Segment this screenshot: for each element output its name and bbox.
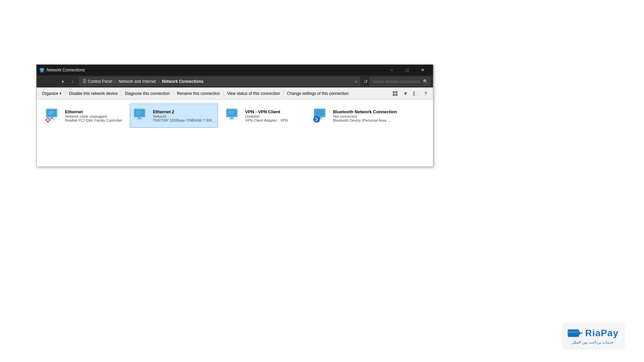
toolbar-right-controls: ▼ ? [391, 89, 430, 98]
title-bar-controls: – □ ✕ [384, 65, 430, 75]
change-settings-label: Change settings of this connection [287, 91, 348, 96]
svg-rect-26 [137, 119, 142, 119]
watermark-logo: RiaPay [567, 327, 619, 339]
svg-rect-25 [138, 117, 141, 119]
search-icon: 🔍 [423, 79, 428, 84]
connection-info-ethernet2: Ethernet 2NetworkTN9710P 10GBase-T/NBASE… [153, 109, 215, 122]
watermark-brand: RiaPay [585, 328, 619, 339]
title-bar: Network Connections – □ ✕ [37, 65, 433, 75]
toolbar-separator-4 [223, 90, 224, 97]
connection-name-ethernet2: Ethernet 2 [153, 109, 215, 114]
rename-label: Rename this connection [177, 91, 220, 96]
path-part-2[interactable]: Network and Internet [118, 79, 156, 84]
recent-locations-button[interactable]: ▾ [58, 77, 67, 86]
svg-rect-2 [40, 72, 44, 72]
connection-status-vpn: Disabled [245, 114, 288, 118]
connection-item-ethernet2[interactable]: Ethernet 2NetworkTN9710P 10GBase-T/NBASE… [130, 104, 218, 128]
path-separator-1: > [114, 79, 116, 83]
connection-item-vpn[interactable]: VPN - VPN ClientDisabledVPN Client Adapt… [222, 104, 306, 128]
svg-rect-4 [395, 91, 397, 93]
disable-label: Disable this network device [69, 91, 118, 96]
error-badge-icon-ethernet [45, 117, 51, 124]
up-button[interactable]: ↑ [68, 77, 77, 86]
search-box: 🔍 [370, 77, 430, 86]
close-button[interactable]: ✕ [415, 65, 430, 75]
rename-button[interactable]: Rename this connection [174, 89, 223, 98]
address-path[interactable]: 🗄 Control Panel > Network and Internet >… [79, 77, 360, 86]
refresh-button[interactable]: ↺ [362, 78, 369, 85]
toolbar-separator-5 [283, 90, 284, 97]
svg-rect-6 [395, 94, 397, 96]
svg-rect-33 [229, 119, 234, 119]
connection-status-ethernet2: Network [153, 114, 215, 118]
connection-info-bluetooth: Bluetooth Network ConnectionNot connecte… [333, 109, 397, 122]
svg-rect-0 [40, 68, 44, 71]
connection-adapter-bluetooth: Bluetooth Device (Personal Area ... [333, 118, 397, 122]
window-icon [39, 67, 45, 73]
connection-info-vpn: VPN - VPN ClientDisabledVPN Client Adapt… [245, 109, 288, 122]
connection-name-ethernet: Ethernet [65, 109, 122, 114]
organize-dropdown-icon: ▼ [59, 92, 62, 95]
watermark: RiaPay خدمات پرداخت بین الملل [562, 323, 624, 349]
diagnose-label: Diagnose this connection [125, 91, 170, 96]
svg-rect-5 [393, 94, 395, 96]
connection-adapter-ethernet: Realtek PCI GbE Family Controller [65, 118, 122, 122]
connection-adapter-ethernet2: TN9710P 10GBase-T/NBASE-T Eth... [153, 118, 215, 122]
svg-rect-32 [230, 117, 233, 119]
forward-button[interactable]: → [48, 77, 57, 86]
change-settings-button[interactable]: Change settings of this connection [284, 89, 351, 98]
toolbar-separator-1 [65, 90, 66, 97]
bluetooth-badge-icon [313, 116, 320, 124]
svg-rect-41 [568, 331, 579, 333]
connection-info-ethernet: EthernetNetwork cable unpluggedRealtek P… [65, 109, 122, 122]
content-area: EthernetNetwork cable unpluggedRealtek P… [37, 100, 433, 167]
svg-rect-8 [415, 91, 418, 96]
search-input[interactable] [372, 79, 422, 83]
connection-item-bluetooth[interactable]: Bluetooth Network ConnectionNot connecte… [310, 104, 400, 128]
path-dropdown-button[interactable]: ▾ [355, 80, 357, 83]
connection-status-bluetooth: Not connected [333, 114, 397, 118]
connection-main-icon-ethernet2 [133, 107, 150, 124]
help-button[interactable]: ? [421, 89, 430, 98]
connection-adapter-vpn: VPN Client Adapter - VPN [245, 118, 288, 122]
svg-rect-1 [41, 71, 43, 72]
address-bar: ← → ▾ ↑ 🗄 Control Panel > Network and In… [37, 75, 433, 87]
connection-main-icon-vpn [225, 107, 243, 124]
view-status-label: View status of this connection [227, 91, 280, 96]
path-part-3[interactable]: Network Connections [162, 79, 203, 84]
riapay-logo-icon [567, 327, 583, 339]
folder-icon: 🗄 [83, 79, 87, 84]
view-options-button[interactable] [391, 89, 400, 98]
toolbar-separator-2 [121, 90, 121, 97]
back-button[interactable]: ← [38, 77, 47, 86]
path-part-1[interactable]: Control Panel [88, 79, 112, 84]
organize-button[interactable]: Organize ▼ [39, 89, 65, 98]
disable-button[interactable]: Disable this network device [66, 89, 120, 98]
toolbar: Organize ▼ Disable this network device D… [37, 87, 433, 100]
connection-icon-vpn [225, 107, 243, 124]
view-status-button[interactable]: View status of this connection [224, 89, 283, 98]
connection-name-vpn: VPN - VPN Client [245, 109, 288, 114]
svg-rect-3 [393, 91, 395, 93]
connection-icon-ethernet [45, 107, 62, 124]
window-title: Network Connections [47, 68, 384, 72]
minimize-button[interactable]: – [384, 65, 399, 75]
diagnose-button[interactable]: Diagnose this connection [122, 89, 172, 98]
svg-rect-7 [413, 91, 415, 96]
connection-status-ethernet: Network cable unplugged [65, 114, 122, 118]
svg-rect-36 [315, 110, 324, 116]
connection-icon-ethernet2 [133, 107, 150, 124]
svg-point-39 [313, 116, 320, 123]
connection-item-ethernet[interactable]: EthernetNetwork cable unpluggedRealtek P… [42, 104, 126, 128]
organize-label: Organize [42, 91, 58, 96]
pane-toggle-button[interactable] [411, 89, 420, 98]
network-connections-window: Network Connections – □ ✕ ← → ▾ ↑ 🗄 Cont… [36, 64, 433, 167]
path-separator-2: > [158, 79, 160, 83]
toolbar-separator-3 [173, 90, 173, 97]
connection-name-bluetooth: Bluetooth Network Connection [333, 109, 397, 114]
view-dropdown-button[interactable]: ▼ [401, 89, 410, 98]
maximize-button[interactable]: □ [399, 65, 415, 75]
watermark-tagline: خدمات پرداخت بین الملل [572, 340, 613, 345]
connection-icon-bluetooth [313, 107, 330, 124]
